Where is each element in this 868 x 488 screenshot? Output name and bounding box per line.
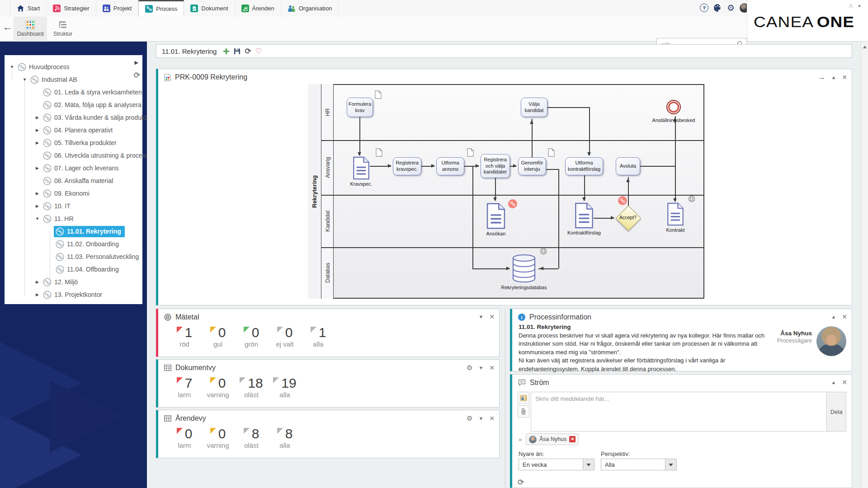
tree-item-04-planera-operativt[interactable]: ▶ 04. Planera operativt (5, 124, 142, 136)
collapse-window-icon[interactable]: △ (849, 3, 853, 8)
contacts-button[interactable] (518, 392, 529, 404)
bpmn-task-registrera_valja[interactable]: Registrera och välja kandidater (481, 154, 510, 178)
tree-item-06-utveckla-utrustning-processer[interactable]: 06. Utveckla utrustning & processer (5, 149, 142, 162)
settings-gear-icon[interactable]: ⚙ (727, 4, 735, 12)
stat-grön[interactable]: 0grön (240, 325, 263, 348)
subtab-dashboard[interactable]: Dashboard (14, 17, 47, 42)
bpmn-task-formulera[interactable]: Formulera krav (347, 98, 373, 117)
tree-item-11-04-offboarding[interactable]: 11.04. Offboarding (5, 263, 142, 276)
tree-expander-icon[interactable]: ▶ (33, 166, 41, 170)
tree-item-03-v-rda-kunder-s-lja-produkter[interactable]: ▶ 03. Vårda kunder & sälja produkter (5, 111, 142, 124)
settings-gear-icon[interactable]: ⚙ (467, 414, 472, 422)
bpmn-task-genomfor[interactable]: Genomför intervju (518, 157, 546, 175)
share-button[interactable]: Dela (826, 392, 846, 432)
stat-alla[interactable]: 8alla (273, 427, 297, 449)
close-panel-icon[interactable]: ✕ (842, 379, 847, 386)
bpmn-doc-kontraktforslag_doc[interactable] (575, 202, 594, 230)
tree-item-11-03-personalutveckling[interactable]: 11.03. Personalutveckling (5, 250, 142, 263)
collapse-panel-icon[interactable]: ▲ (831, 75, 836, 80)
message-input[interactable] (531, 392, 827, 432)
tree-expander-icon[interactable]: ▼ (33, 216, 41, 221)
scroll-top-icon[interactable]: ▲ (857, 3, 862, 8)
subtab-struktur[interactable]: Struktur (49, 17, 77, 42)
scroll-up-icon[interactable] (863, 44, 867, 48)
tree-expander-icon[interactable]: ▶ (33, 191, 41, 196)
stat-oläst[interactable]: 8oläst (240, 427, 263, 449)
back-arrow-icon[interactable]: ← (3, 21, 13, 33)
tree-item-huvudprocess[interactable]: ▼ Huvudprocess (5, 61, 142, 73)
stat-oläst[interactable]: 18oläst (240, 376, 263, 399)
tab-strategier[interactable]: Strategier (47, 0, 96, 17)
stat-varning[interactable]: 0varning (206, 376, 230, 399)
save-icon[interactable] (234, 48, 241, 55)
owner-avatar[interactable] (816, 326, 846, 356)
collapse-panel-icon[interactable]: ▼ (478, 416, 483, 421)
stat-gul[interactable]: 0gul (206, 325, 230, 348)
perspective-select[interactable]: Alla (601, 459, 677, 470)
tab-dokument[interactable]: Dokument (184, 0, 235, 17)
recipient-chip[interactable]: Åsa Nyhus ✕ (526, 433, 579, 445)
tree-expander-icon[interactable]: ▼ (21, 77, 28, 82)
open-diagram-icon[interactable]: → (818, 73, 825, 81)
dropdown-arrow-icon[interactable] (583, 459, 594, 470)
tab-process[interactable]: Process (138, 0, 184, 16)
settings-gear-icon[interactable]: ⚙ (467, 364, 472, 372)
tree-item-01-leda-styra-verksamheten[interactable]: 01. Leda & styra verksamheten (5, 86, 142, 99)
favorite-heart-icon[interactable]: ♡ (255, 47, 262, 56)
close-panel-icon[interactable]: ✕ (489, 364, 495, 371)
bpmn-task-valja[interactable]: Välja kandidat (521, 98, 547, 117)
stat-ej-valt[interactable]: 0ej valt (273, 325, 297, 348)
close-panel-icon[interactable]: ✕ (489, 415, 495, 422)
tree-item-12-milj-[interactable]: ▶ 12. Miljö (5, 276, 142, 288)
dropdown-arrow-icon[interactable] (665, 459, 676, 470)
bpmn-process-badge-icon[interactable] (618, 196, 627, 205)
bpmn-end-event[interactable] (666, 100, 681, 114)
tree-item-05-tillverka-produkter[interactable]: ▶ 05. Tillverka produkter (5, 136, 142, 149)
stat-varning[interactable]: 0varning (206, 427, 230, 449)
tree-item-08-anskaffa-material[interactable]: 08. Anskaffa material (5, 174, 142, 187)
stat-röd[interactable]: 1röd (173, 325, 196, 348)
close-panel-icon[interactable]: ✕ (842, 74, 847, 81)
tree-item-09-ekonomi[interactable]: ▶ 09. Ekonomi (5, 187, 142, 200)
collapse-panel-icon[interactable]: ▼ (478, 314, 483, 319)
bpmn-task-avsluta[interactable]: Avsluta (616, 157, 640, 175)
stat-larm[interactable]: 0larm (173, 427, 196, 449)
stat-larm[interactable]: 7larm (173, 376, 196, 399)
tab-arenden[interactable]: Ärenden (235, 0, 281, 17)
attach-button[interactable] (518, 405, 529, 418)
bpmn-task-utforma_kontrakt[interactable]: Utforma kontraktförslag (565, 157, 603, 175)
tree-item-industrial-ab[interactable]: ▼ Industrial AB (5, 73, 142, 86)
bpmn-doc-kravspec_doc[interactable] (353, 156, 370, 182)
tree-expander-icon[interactable]: ▶ (33, 204, 41, 208)
bpmn-database[interactable] (511, 254, 537, 285)
tree-item-13-projektkontor[interactable]: ▶ 13. Projektkontor (5, 288, 142, 301)
tree-expander-icon[interactable]: ▶ (33, 280, 41, 284)
tree-expander-icon[interactable]: ▶ (33, 141, 41, 145)
bpmn-gateway-accept[interactable]: Accept? (616, 206, 640, 230)
add-icon[interactable] (223, 48, 230, 55)
refresh-icon[interactable]: ⟳ (245, 47, 251, 56)
tree-expander-icon[interactable]: ▶ (33, 128, 41, 132)
bpmn-doc-kontrakt_doc[interactable] (666, 202, 684, 228)
tab-projekt[interactable]: Projekt (96, 0, 138, 17)
tree-item-11-hr[interactable]: ▼ 11. HR (5, 212, 142, 225)
close-panel-icon[interactable]: ✕ (489, 313, 495, 320)
collapse-panel-icon[interactable]: ▼ (478, 365, 483, 371)
help-icon[interactable]: ? (700, 4, 708, 12)
tree-item-11-01-rekrytering[interactable]: 11.01. Rekrytering (5, 225, 142, 238)
collapse-panel-icon[interactable]: ▲ (831, 380, 836, 385)
owner-name[interactable]: Åsa Nyhus (777, 330, 812, 337)
stream-refresh-icon[interactable]: ⟳ (518, 478, 524, 487)
collapse-panel-icon[interactable]: ▲ (831, 314, 836, 319)
tree-item-07-lager-och-leverans[interactable]: ▶ 07. Lager och leverans (5, 162, 142, 174)
remove-recipient-icon[interactable]: ✕ (569, 436, 576, 442)
palette-icon[interactable] (713, 4, 722, 12)
tree-item-02-m-ta-f-lja-upp-analysera[interactable]: 02. Mäta, följa upp & analysera (5, 99, 142, 111)
tab-organisation[interactable]: Organisation (281, 0, 339, 17)
bpmn-doc-ansokan_doc[interactable] (486, 202, 505, 231)
main-scrollbar[interactable] (861, 42, 868, 488)
bpmn-task-utforma_annons[interactable]: Utforma annons (436, 157, 464, 175)
stat-alla[interactable]: 1alla (307, 325, 330, 348)
tree-item-11-02-onboarding[interactable]: 11.02. Onboarding (5, 238, 142, 250)
newer-than-select[interactable]: En vecka (519, 459, 594, 470)
